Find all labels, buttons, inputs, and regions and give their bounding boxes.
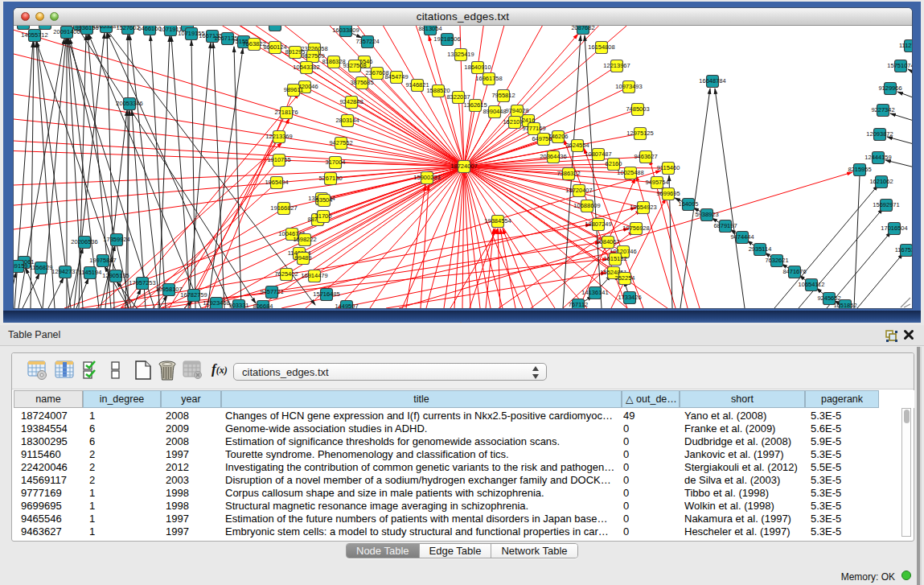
svg-text:903331: 903331	[228, 302, 248, 309]
svg-text:10973493: 10973493	[615, 83, 642, 90]
svg-text:9242848: 9242848	[339, 98, 363, 105]
svg-text:989611: 989611	[284, 86, 303, 93]
svg-text:17016504: 17016504	[881, 225, 907, 232]
svg-text:9495754: 9495754	[645, 179, 668, 186]
svg-text:9474444: 9474444	[730, 233, 754, 241]
svg-text:53504: 53504	[316, 196, 333, 204]
svg-text:16961758: 16961758	[475, 75, 502, 82]
svg-text:1965494: 1965494	[265, 179, 288, 186]
svg-text:8215955: 8215955	[848, 166, 871, 173]
svg-text:9084067: 9084067	[596, 238, 619, 245]
svg-text:9227342: 9227342	[871, 106, 894, 113]
svg-text:9827509: 9827509	[301, 52, 324, 60]
svg-text:3875685: 3875685	[350, 79, 373, 86]
svg-text:3624554: 3624554	[565, 142, 589, 149]
svg-text:9463627: 9463627	[634, 153, 657, 160]
svg-text:12444159: 12444159	[864, 154, 891, 161]
svg-text:7632621: 7632621	[765, 257, 788, 264]
svg-text:12213967: 12213967	[603, 62, 630, 69]
svg-text:12975125: 12975125	[626, 130, 653, 137]
svg-text:8186328: 8186328	[322, 58, 345, 65]
svg-text:1112753: 1112753	[899, 42, 922, 49]
svg-text:8660124: 8660124	[263, 43, 286, 51]
svg-text:16648784: 16648784	[699, 77, 725, 84]
svg-text:7357224: 7357224	[355, 38, 379, 45]
svg-text:8990448: 8990448	[483, 108, 506, 115]
svg-text:12942737: 12942737	[51, 268, 78, 275]
svg-text:6879197: 6879197	[713, 222, 737, 229]
svg-text:9146821: 9146821	[405, 81, 429, 89]
svg-text:5267130: 5267130	[318, 175, 342, 182]
svg-text:939159: 939159	[7, 262, 27, 270]
svg-text:12923468: 12923468	[203, 299, 229, 307]
svg-text:12905135: 12905135	[102, 272, 129, 279]
svg-text:1615132: 1615132	[603, 255, 626, 262]
svg-text:5938923: 5938923	[695, 211, 718, 218]
svg-text:9457721: 9457721	[260, 288, 283, 295]
svg-text:20364436: 20364436	[540, 153, 566, 160]
svg-text:31700: 31700	[315, 212, 332, 220]
svg-text:19384554: 19384554	[484, 217, 511, 225]
svg-text:317004: 317004	[325, 159, 345, 166]
svg-text:12213369: 12213369	[265, 133, 292, 140]
svg-text:7625402: 7625402	[274, 270, 298, 278]
svg-text:20053346: 20053346	[116, 100, 142, 107]
svg-text:2935114: 2935114	[749, 245, 772, 253]
svg-text:18724007: 18724007	[450, 163, 477, 170]
svg-text:15720407: 15720407	[565, 187, 592, 194]
svg-text:19218506: 19218506	[433, 35, 460, 43]
svg-text:806684: 806684	[253, 303, 273, 310]
svg-text:746206: 746206	[548, 133, 568, 140]
svg-text:8471676: 8471676	[782, 268, 806, 275]
svg-text:2803144: 2803144	[335, 117, 359, 124]
svg-text:7663822: 7663822	[242, 40, 265, 47]
svg-text:17957253: 17957253	[129, 279, 155, 286]
svg-text:10807487: 10807487	[585, 150, 611, 158]
svg-text:9427552: 9427552	[329, 139, 352, 146]
svg-text:9699695: 9699695	[656, 190, 680, 197]
svg-text:10654112: 10654112	[799, 281, 825, 288]
svg-text:9129966: 9129966	[878, 84, 901, 92]
svg-text:7485003: 7485003	[626, 105, 649, 113]
svg-text:1167531: 1167531	[895, 246, 918, 253]
svg-text:10958107: 10958107	[155, 286, 182, 293]
svg-text:19756928: 19756928	[622, 225, 649, 232]
svg-text:1145194: 1145194	[79, 269, 102, 276]
svg-text:15751074: 15751074	[887, 62, 914, 69]
svg-text:1733426: 1733426	[618, 294, 641, 301]
svg-text:10543382: 10543382	[293, 64, 319, 71]
svg-text:19654923: 19654923	[630, 204, 656, 211]
svg-text:17359924: 17359924	[103, 236, 129, 243]
svg-text:1910755: 1910755	[267, 156, 290, 163]
svg-text:767112: 767112	[569, 301, 588, 308]
svg-text:16914479: 16914479	[301, 272, 327, 279]
svg-text:10025488: 10025488	[617, 169, 643, 176]
svg-text:14136141: 14136141	[581, 289, 608, 296]
svg-text:13325419: 13325419	[447, 51, 474, 58]
svg-text:18640910: 18640910	[464, 64, 491, 71]
svg-text:15716485: 15716485	[313, 290, 339, 298]
svg-text:7955812: 7955812	[491, 92, 515, 99]
svg-text:10688609: 10688609	[573, 202, 600, 209]
svg-text:9327508: 9327508	[343, 62, 366, 69]
svg-text:99489: 99489	[295, 254, 312, 262]
svg-text:15900233: 15900233	[413, 174, 440, 181]
svg-text:16033809: 16033809	[332, 27, 359, 34]
svg-text:7386322: 7386322	[556, 170, 580, 177]
svg-text:1449597: 1449597	[335, 303, 358, 310]
svg-text:8454749: 8454749	[384, 73, 408, 80]
svg-text:2718176: 2718176	[274, 109, 298, 116]
svg-text:19166827: 19166827	[270, 204, 297, 212]
svg-text:9115460: 9115460	[657, 164, 680, 171]
svg-text:1651852: 1651852	[833, 302, 856, 309]
svg-text:9245652: 9245652	[817, 295, 840, 302]
svg-text:9794028: 9794028	[505, 107, 528, 114]
svg-text:62160: 62160	[606, 160, 622, 167]
svg-text:1156829: 1156829	[30, 264, 53, 271]
svg-text:15692971: 15692971	[873, 201, 899, 208]
svg-text:14055712: 14055712	[21, 31, 47, 39]
svg-text:16782759: 16782759	[180, 291, 207, 299]
svg-text:1698222: 1698222	[293, 236, 316, 243]
svg-text:18807249: 18807249	[585, 220, 611, 228]
svg-text:16154808: 16154808	[588, 43, 614, 51]
